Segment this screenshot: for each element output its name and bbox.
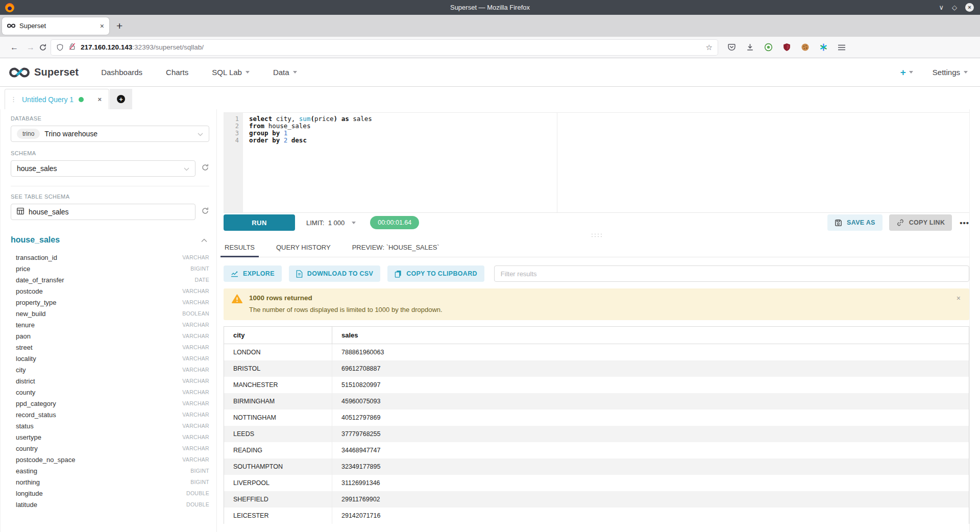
column-name: longitude [16,490,43,497]
cell-sales: 34468947747 [332,442,969,458]
column-name: locality [16,355,36,362]
cell-city: MANCHESTER [224,377,332,393]
nav-dashboards[interactable]: Dashboards [101,68,142,77]
table-select[interactable]: house_sales [11,204,195,220]
extension-asterisk-icon[interactable] [819,43,828,52]
column-name: price [16,265,30,273]
chart-icon [231,271,238,277]
superset-infinity-icon [9,67,30,78]
copy-link-button[interactable]: COPY LINK [889,214,952,231]
back-icon[interactable]: ← [6,43,22,52]
query-tab-untitled-1[interactable]: ⋮ Untitled Query 1 × [5,89,109,109]
column-name: record_status [16,411,56,419]
drag-grip-icon[interactable]: ⋮ [10,95,17,103]
table-row: BIRMINGHAM 45960075093 [224,393,969,409]
sql-code[interactable]: select city, sum(price) as salesfrom hou… [243,113,969,212]
bookmark-star-icon[interactable]: ☆ [706,43,713,52]
column-row: new_build BOOLEAN [11,308,209,319]
table-name-heading[interactable]: house_sales [11,235,60,245]
column-name: easting [16,467,37,475]
column-type: VARCHAR [182,254,209,260]
column-type: VARCHAR [182,423,209,429]
settings-menu[interactable]: Settings [933,68,968,77]
extension-green-icon[interactable] [764,43,773,52]
results-table-header: city sales [224,327,969,344]
run-button[interactable]: RUN [224,214,295,231]
table-row: BRISTOL 69612708887 [224,360,969,377]
rows-returned-alert: 1000 rows returned The number of rows di… [224,288,969,320]
chevron-down-icon [198,129,203,138]
column-name: usertype [16,433,41,441]
limit-dropdown[interactable]: LIMIT: 1 000 [306,219,356,227]
column-header-city[interactable]: city [224,327,332,344]
superset-logo[interactable]: Superset [9,66,79,78]
add-query-tab[interactable]: + [110,89,132,109]
column-header-sales[interactable]: sales [332,327,969,344]
explore-button[interactable]: EXPLORE [224,265,282,282]
cell-sales: 45960075093 [332,393,969,409]
connection-insecure-icon[interactable] [68,42,76,53]
column-type: VARCHAR [182,412,209,418]
column-row: transaction_id VARCHAR [11,252,209,263]
cell-sales: 40512797869 [332,409,969,426]
chevron-down-icon [909,71,913,74]
nav-sql-lab[interactable]: SQL Lab [212,68,250,77]
pane-resize-handle[interactable] [224,231,969,239]
save-as-button[interactable]: SAVE AS [827,214,883,231]
nav-data[interactable]: Data [273,68,297,77]
column-row: easting BIGINT [11,465,209,476]
tab-query-history[interactable]: QUERY HISTORY [275,239,332,257]
column-row: property_type VARCHAR [11,297,209,308]
url-bar[interactable]: 217.160.120.143:32393/superset/sqllab/ ☆ [51,40,718,55]
alert-close-icon[interactable]: × [957,294,961,302]
browser-tabstrip: Superset × + [0,15,980,37]
copy-clipboard-button[interactable]: COPY TO CLIPBOARD [387,265,484,282]
extension-cookie-icon[interactable] [801,43,810,52]
new-tab-button[interactable]: + [116,20,122,31]
tab-close-icon[interactable]: × [100,22,104,30]
refresh-schema-icon[interactable] [201,163,209,174]
column-row: northing BIGINT [11,476,209,488]
downloads-icon[interactable] [746,43,754,52]
pocket-icon[interactable] [727,43,736,52]
column-name: city [16,366,26,374]
editor-gutter: 1234 [224,113,243,212]
menu-hamburger-icon[interactable] [838,44,846,51]
column-name: new_build [16,310,46,318]
extension-shield-icon[interactable] [782,43,791,52]
download-csv-button[interactable]: DOWNLOAD TO CSV [289,265,380,282]
chevron-up-icon[interactable] [201,235,207,245]
table-row: LEEDS 37779768255 [224,426,969,442]
more-options-button[interactable]: ••• [960,219,969,227]
plus-circle-icon: + [117,95,125,103]
database-select[interactable]: trino Trino warehouse [11,126,209,142]
column-type: VARCHAR [182,400,209,406]
tab-results[interactable]: RESULTS [224,239,256,257]
tracking-shield-icon[interactable] [56,43,64,52]
refresh-table-icon[interactable] [201,207,209,217]
column-name: postcode_no_space [16,456,75,464]
column-row: country VARCHAR [11,443,209,454]
column-type: VARCHAR [182,322,209,328]
query-tab-label: Untitled Query 1 [22,95,74,104]
query-tab-close-icon[interactable]: × [97,95,102,103]
window-close-icon[interactable]: × [965,3,974,12]
nav-charts[interactable]: Charts [166,68,188,77]
forward-icon[interactable]: → [22,43,39,52]
superset-favicon-icon [7,23,15,28]
column-type: VARCHAR [182,367,209,373]
window-minimize-icon[interactable]: ∨ [939,4,944,11]
reload-icon[interactable] [39,43,47,52]
column-row: county VARCHAR [11,386,209,398]
schema-select[interactable]: house_sales [11,160,195,177]
window-maximize-icon[interactable]: ◇ [952,4,957,11]
column-type: VARCHAR [182,445,209,451]
tab-preview-house-sales[interactable]: PREVIEW: `HOUSE_SALES` [351,239,440,257]
sql-editor[interactable]: 1234 select city, sum(price) as salesfro… [224,112,969,213]
alert-message: The number of rows displayed is limited … [249,306,443,313]
filter-results-input[interactable] [494,265,969,282]
cell-city: LIVERPOOL [224,475,332,491]
add-new-button[interactable]: + [900,67,913,78]
browser-tab-superset[interactable]: Superset × [2,17,109,35]
column-row: price BIGINT [11,263,209,274]
